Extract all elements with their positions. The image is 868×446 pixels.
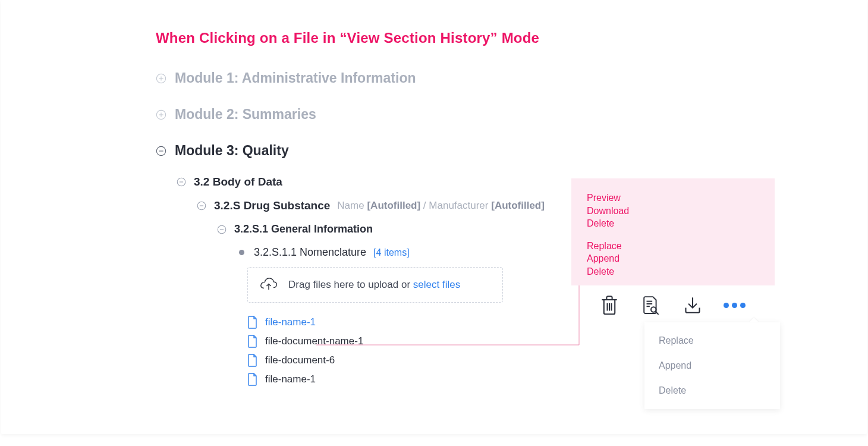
file-name: file-name-1 xyxy=(265,316,316,328)
anno-preview: Preview xyxy=(587,191,759,205)
node-drug-substance-label: 3.2.S Drug Substance xyxy=(214,199,330,212)
node-drug-substance-meta: Name [Autofilled] / Manufacturer [Autofi… xyxy=(337,200,545,212)
node-nomenclature-count[interactable]: [4 items] xyxy=(373,247,409,258)
file-icon xyxy=(247,335,258,348)
minus-circle-icon xyxy=(156,146,166,156)
dropdown-append[interactable]: Append xyxy=(644,353,780,378)
file-item-3[interactable]: file-document-6 xyxy=(247,354,712,367)
module-1-label: Module 1: Administrative Information xyxy=(175,70,416,86)
page-title: When Clicking on a File in “View Section… xyxy=(156,30,712,46)
file-item-2[interactable]: file-document-name-1 xyxy=(247,335,712,348)
preview-icon[interactable] xyxy=(642,296,660,314)
cloud-upload-icon xyxy=(260,277,278,293)
module-2-label: Module 2: Summaries xyxy=(175,106,316,123)
file-icon xyxy=(247,354,258,367)
select-files-link[interactable]: select files xyxy=(413,279,460,290)
meta-mfr-label: Manufacturer xyxy=(429,200,488,211)
dropdown-replace[interactable]: Replace xyxy=(644,328,780,353)
plus-circle-icon xyxy=(156,73,166,84)
module-3-label: Module 3: Quality xyxy=(175,143,289,159)
node-nomenclature-label: 3.2.S.1.1 Nomenclature xyxy=(254,246,366,259)
dropzone-static-text: Drag files here to upload or xyxy=(288,279,413,290)
anno-replace: Replace xyxy=(587,240,759,253)
dropzone-text: Drag files here to upload or select file… xyxy=(288,279,460,291)
more-options-dropdown: Replace Append Delete xyxy=(644,322,780,409)
dropdown-delete[interactable]: Delete xyxy=(644,378,780,403)
module-3-row[interactable]: Module 3: Quality xyxy=(156,143,712,159)
file-icon xyxy=(247,316,258,329)
meta-name-value: [Autofilled] xyxy=(367,200,420,211)
minus-circle-icon xyxy=(216,224,227,235)
file-item-1[interactable]: file-name-1 xyxy=(247,316,712,329)
plus-circle-icon xyxy=(156,109,166,120)
node-general-info-label: 3.2.S.1 General Information xyxy=(234,223,373,235)
trash-icon[interactable] xyxy=(600,296,618,314)
more-options-icon[interactable] xyxy=(725,296,743,314)
upload-dropzone[interactable]: Drag files here to upload or select file… xyxy=(247,267,503,303)
anno-delete: Delete xyxy=(587,217,759,230)
anno-download: Download xyxy=(587,205,759,218)
module-1-row[interactable]: Module 1: Administrative Information xyxy=(156,70,712,86)
file-name: file-name-1 xyxy=(265,373,316,385)
file-action-toolbar xyxy=(600,296,743,314)
download-icon[interactable] xyxy=(684,296,702,314)
svg-point-21 xyxy=(651,307,656,312)
anno-delete-2: Delete xyxy=(587,265,759,278)
module-2-row[interactable]: Module 2: Summaries xyxy=(156,106,712,123)
file-name: file-document-6 xyxy=(265,354,335,366)
minus-circle-icon xyxy=(196,200,207,211)
annotation-panel: Preview Download Delete Replace Append D… xyxy=(571,178,775,285)
meta-mfr-value: [Autofilled] xyxy=(491,200,545,211)
file-icon xyxy=(247,373,258,386)
file-item-4[interactable]: file-name-1 xyxy=(247,373,712,386)
file-name: file-document-name-1 xyxy=(265,335,363,347)
bullet-icon xyxy=(239,250,244,255)
minus-circle-icon xyxy=(176,177,187,187)
node-body-of-data-label: 3.2 Body of Data xyxy=(194,175,282,189)
meta-name-label: Name xyxy=(337,200,364,211)
anno-append: Append xyxy=(587,252,759,265)
